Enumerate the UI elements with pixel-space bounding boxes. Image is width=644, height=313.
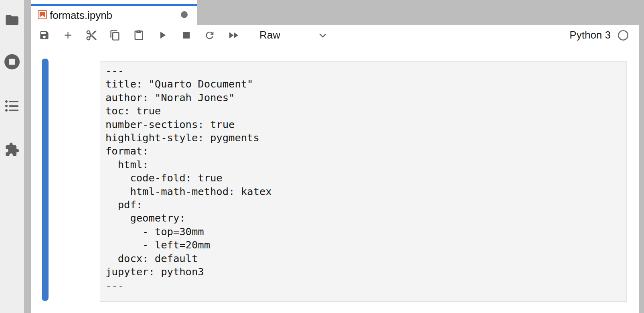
restart-kernel-button[interactable] [203,27,217,43]
tab-title: formats.ipynb [50,9,112,22]
folder-icon [4,12,20,28]
notebook-area: --- title: "Quarto Document" author: "No… [31,45,639,313]
notebook-icon [37,9,48,20]
plus-icon [63,30,73,41]
paste-cells-button[interactable] [132,27,146,43]
cell-source[interactable]: --- title: "Quarto Document" author: "No… [100,62,626,292]
tab-bar-background [197,0,639,25]
sidebar-tab-running-sessions[interactable] [0,51,24,73]
notebook-toolbar: Raw Python 3 [31,25,644,46]
toc-icon [5,99,19,113]
save-button[interactable] [37,27,51,43]
chevron-down-icon [317,30,328,41]
puzzle-icon [4,142,20,157]
kernel-area: Python 3 [569,29,644,41]
sidebar-tab-table-of-contents[interactable] [0,95,24,117]
cell-editor[interactable]: --- title: "Quarto Document" author: "No… [100,61,627,302]
running-icon [4,54,20,70]
save-icon [39,30,50,41]
active-tab-accent-bar [31,4,197,6]
cell-type-value: Raw [259,29,280,41]
cell-collapser[interactable] [42,59,49,301]
sidebar-tab-file-browser[interactable] [0,9,24,31]
run-cell-button[interactable] [155,27,170,43]
sidebar-tab-extensions[interactable] [0,138,24,161]
window-edge-right [639,0,644,313]
insert-cell-button[interactable] [61,27,75,43]
kernel-status-icon[interactable] [618,30,629,41]
tab-formats-ipynb[interactable]: formats.ipynb [31,0,197,25]
jupyterlab-window: formats.ipynb [0,0,644,313]
paste-icon [133,30,144,41]
copy-cells-button[interactable] [108,27,122,43]
left-sidebar [0,0,24,313]
left-panel-strip [24,0,31,313]
kernel-name[interactable]: Python 3 [569,29,611,41]
modified-indicator[interactable] [181,11,188,18]
restart-run-all-button[interactable] [226,27,241,43]
scissors-icon [85,29,97,41]
stop-icon [181,30,192,41]
restart-icon [204,30,215,41]
interrupt-kernel-button[interactable] [179,27,193,43]
fast-forward-icon [227,29,239,41]
play-icon [157,30,168,41]
cut-cells-button[interactable] [84,27,99,43]
cell-type-dropdown[interactable]: Raw [259,29,328,41]
copy-icon [109,30,121,41]
